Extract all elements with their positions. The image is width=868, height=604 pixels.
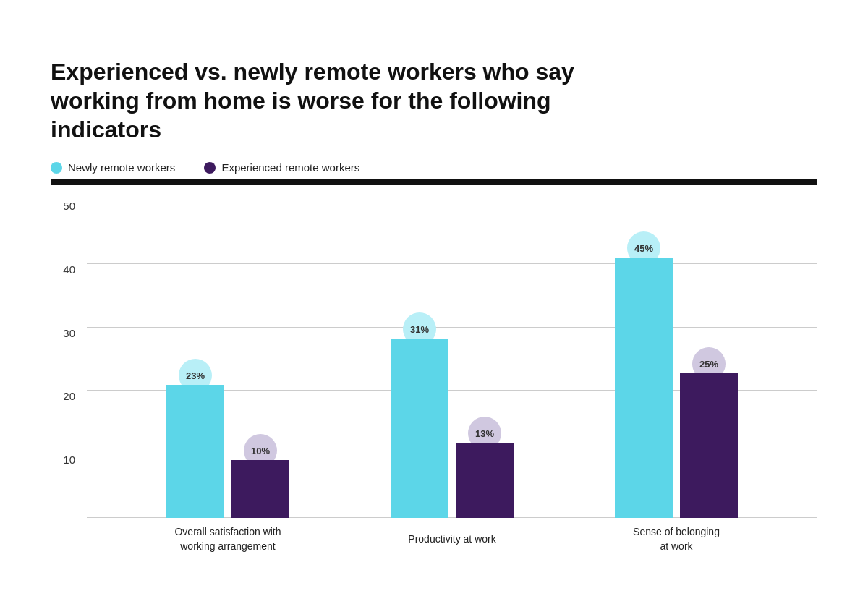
legend-item-new: Newly remote workers	[51, 161, 175, 174]
y-axis-label: 50	[63, 200, 75, 212]
legend-item-exp: Experienced remote workers	[204, 161, 359, 174]
bars-pair: 23%10%	[166, 385, 289, 518]
x-labels: Overall satisfaction withworking arrange…	[87, 518, 817, 561]
new-bar	[391, 339, 448, 518]
chart-body: 23%10%31%13%45%25% Overall satisfaction …	[87, 200, 817, 561]
bar-group: 23%10%	[166, 385, 289, 518]
legend-dot-new	[51, 162, 62, 174]
legend-label-exp: Experienced remote workers	[221, 161, 359, 174]
bars-pair: 45%25%	[615, 258, 738, 518]
y-axis: 5040302010	[51, 200, 87, 561]
x-axis-label: Overall satisfaction withworking arrange…	[163, 518, 293, 561]
new-bar-wrapper: 31%	[391, 339, 448, 518]
bars-pair: 31%13%	[391, 339, 514, 518]
divider-bar	[51, 179, 817, 185]
y-axis-label: 20	[63, 390, 75, 402]
y-axis-label: 40	[63, 263, 75, 276]
main-container: Experienced vs. newly remote workers who…	[36, 28, 832, 576]
exp-bar-wrapper: 25%	[680, 373, 738, 518]
new-bar	[166, 385, 224, 518]
x-axis-label: Sense of belongingat work	[611, 518, 741, 561]
chart-title: Experienced vs. newly remote workers who…	[51, 57, 615, 144]
exp-bar	[456, 443, 514, 518]
legend: Newly remote workers Experienced remote …	[51, 161, 817, 174]
legend-label-new: Newly remote workers	[68, 161, 175, 174]
x-axis-label: Productivity at work	[387, 518, 517, 561]
exp-bar	[231, 460, 289, 518]
exp-bar	[680, 373, 738, 518]
chart-area: 5040302010 23%10%31%13%45%25% Overall sa…	[51, 200, 817, 561]
new-bar-wrapper: 23%	[166, 385, 224, 518]
bars-container: 23%10%31%13%45%25%	[87, 200, 817, 518]
y-axis-label: 10	[63, 454, 75, 466]
bar-group: 31%13%	[391, 339, 514, 518]
bar-group: 45%25%	[615, 258, 738, 518]
exp-bar-wrapper: 10%	[231, 460, 289, 518]
legend-dot-exp	[204, 162, 216, 174]
y-axis-label: 30	[63, 327, 75, 339]
new-bar	[615, 258, 673, 518]
exp-bar-wrapper: 13%	[456, 443, 514, 518]
new-bar-wrapper: 45%	[615, 258, 673, 518]
